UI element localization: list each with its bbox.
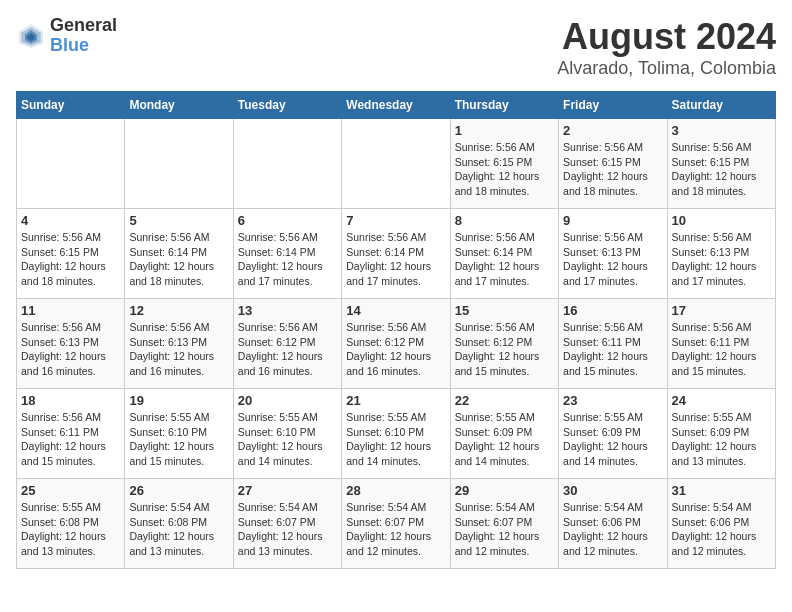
day-number: 20: [238, 393, 337, 408]
header-wednesday: Wednesday: [342, 92, 450, 119]
logo: General Blue: [16, 16, 117, 56]
week-row-5: 25Sunrise: 5:55 AM Sunset: 6:08 PM Dayli…: [17, 479, 776, 569]
day-number: 19: [129, 393, 228, 408]
day-info: Sunrise: 5:54 AM Sunset: 6:06 PM Dayligh…: [672, 500, 771, 559]
day-cell: 15Sunrise: 5:56 AM Sunset: 6:12 PM Dayli…: [450, 299, 558, 389]
day-info: Sunrise: 5:55 AM Sunset: 6:10 PM Dayligh…: [129, 410, 228, 469]
day-cell: 8Sunrise: 5:56 AM Sunset: 6:14 PM Daylig…: [450, 209, 558, 299]
header-tuesday: Tuesday: [233, 92, 341, 119]
day-cell: 22Sunrise: 5:55 AM Sunset: 6:09 PM Dayli…: [450, 389, 558, 479]
day-number: 4: [21, 213, 120, 228]
day-info: Sunrise: 5:56 AM Sunset: 6:14 PM Dayligh…: [346, 230, 445, 289]
header-saturday: Saturday: [667, 92, 775, 119]
day-cell: 10Sunrise: 5:56 AM Sunset: 6:13 PM Dayli…: [667, 209, 775, 299]
day-number: 30: [563, 483, 662, 498]
day-info: Sunrise: 5:54 AM Sunset: 6:07 PM Dayligh…: [346, 500, 445, 559]
day-cell: 25Sunrise: 5:55 AM Sunset: 6:08 PM Dayli…: [17, 479, 125, 569]
logo-line1: General: [50, 16, 117, 36]
week-row-4: 18Sunrise: 5:56 AM Sunset: 6:11 PM Dayli…: [17, 389, 776, 479]
header-friday: Friday: [559, 92, 667, 119]
day-cell: 17Sunrise: 5:56 AM Sunset: 6:11 PM Dayli…: [667, 299, 775, 389]
day-cell: 21Sunrise: 5:55 AM Sunset: 6:10 PM Dayli…: [342, 389, 450, 479]
day-cell: 19Sunrise: 5:55 AM Sunset: 6:10 PM Dayli…: [125, 389, 233, 479]
day-info: Sunrise: 5:56 AM Sunset: 6:13 PM Dayligh…: [672, 230, 771, 289]
day-cell: 2Sunrise: 5:56 AM Sunset: 6:15 PM Daylig…: [559, 119, 667, 209]
day-info: Sunrise: 5:54 AM Sunset: 6:07 PM Dayligh…: [455, 500, 554, 559]
day-cell: 29Sunrise: 5:54 AM Sunset: 6:07 PM Dayli…: [450, 479, 558, 569]
day-number: 5: [129, 213, 228, 228]
day-info: Sunrise: 5:54 AM Sunset: 6:06 PM Dayligh…: [563, 500, 662, 559]
day-cell: 3Sunrise: 5:56 AM Sunset: 6:15 PM Daylig…: [667, 119, 775, 209]
day-number: 9: [563, 213, 662, 228]
header-thursday: Thursday: [450, 92, 558, 119]
day-info: Sunrise: 5:56 AM Sunset: 6:11 PM Dayligh…: [672, 320, 771, 379]
day-info: Sunrise: 5:55 AM Sunset: 6:10 PM Dayligh…: [346, 410, 445, 469]
day-cell: 26Sunrise: 5:54 AM Sunset: 6:08 PM Dayli…: [125, 479, 233, 569]
day-cell: 14Sunrise: 5:56 AM Sunset: 6:12 PM Dayli…: [342, 299, 450, 389]
day-number: 11: [21, 303, 120, 318]
day-info: Sunrise: 5:55 AM Sunset: 6:09 PM Dayligh…: [563, 410, 662, 469]
day-number: 15: [455, 303, 554, 318]
week-row-1: 1Sunrise: 5:56 AM Sunset: 6:15 PM Daylig…: [17, 119, 776, 209]
title-block: August 2024 Alvarado, Tolima, Colombia: [557, 16, 776, 79]
day-number: 1: [455, 123, 554, 138]
day-info: Sunrise: 5:56 AM Sunset: 6:15 PM Dayligh…: [563, 140, 662, 199]
day-info: Sunrise: 5:55 AM Sunset: 6:10 PM Dayligh…: [238, 410, 337, 469]
header-sunday: Sunday: [17, 92, 125, 119]
day-cell: 28Sunrise: 5:54 AM Sunset: 6:07 PM Dayli…: [342, 479, 450, 569]
day-info: Sunrise: 5:54 AM Sunset: 6:08 PM Dayligh…: [129, 500, 228, 559]
day-cell: 20Sunrise: 5:55 AM Sunset: 6:10 PM Dayli…: [233, 389, 341, 479]
day-number: 8: [455, 213, 554, 228]
day-info: Sunrise: 5:56 AM Sunset: 6:13 PM Dayligh…: [21, 320, 120, 379]
day-cell: [125, 119, 233, 209]
day-number: 26: [129, 483, 228, 498]
day-number: 27: [238, 483, 337, 498]
day-number: 24: [672, 393, 771, 408]
day-cell: 12Sunrise: 5:56 AM Sunset: 6:13 PM Dayli…: [125, 299, 233, 389]
header-monday: Monday: [125, 92, 233, 119]
logo-icon: [16, 21, 46, 51]
day-info: Sunrise: 5:56 AM Sunset: 6:15 PM Dayligh…: [672, 140, 771, 199]
day-number: 2: [563, 123, 662, 138]
day-info: Sunrise: 5:55 AM Sunset: 6:09 PM Dayligh…: [455, 410, 554, 469]
day-number: 31: [672, 483, 771, 498]
day-number: 28: [346, 483, 445, 498]
day-info: Sunrise: 5:56 AM Sunset: 6:12 PM Dayligh…: [346, 320, 445, 379]
day-number: 29: [455, 483, 554, 498]
day-cell: 24Sunrise: 5:55 AM Sunset: 6:09 PM Dayli…: [667, 389, 775, 479]
day-cell: 16Sunrise: 5:56 AM Sunset: 6:11 PM Dayli…: [559, 299, 667, 389]
day-info: Sunrise: 5:55 AM Sunset: 6:09 PM Dayligh…: [672, 410, 771, 469]
day-number: 13: [238, 303, 337, 318]
day-cell: 30Sunrise: 5:54 AM Sunset: 6:06 PM Dayli…: [559, 479, 667, 569]
day-number: 16: [563, 303, 662, 318]
day-cell: 1Sunrise: 5:56 AM Sunset: 6:15 PM Daylig…: [450, 119, 558, 209]
day-number: 6: [238, 213, 337, 228]
day-cell: 7Sunrise: 5:56 AM Sunset: 6:14 PM Daylig…: [342, 209, 450, 299]
day-info: Sunrise: 5:54 AM Sunset: 6:07 PM Dayligh…: [238, 500, 337, 559]
day-cell: 6Sunrise: 5:56 AM Sunset: 6:14 PM Daylig…: [233, 209, 341, 299]
day-number: 10: [672, 213, 771, 228]
day-cell: 5Sunrise: 5:56 AM Sunset: 6:14 PM Daylig…: [125, 209, 233, 299]
calendar-subtitle: Alvarado, Tolima, Colombia: [557, 58, 776, 79]
day-cell: [17, 119, 125, 209]
day-info: Sunrise: 5:56 AM Sunset: 6:15 PM Dayligh…: [455, 140, 554, 199]
day-info: Sunrise: 5:56 AM Sunset: 6:12 PM Dayligh…: [455, 320, 554, 379]
day-number: 14: [346, 303, 445, 318]
calendar-table: SundayMondayTuesdayWednesdayThursdayFrid…: [16, 91, 776, 569]
day-info: Sunrise: 5:55 AM Sunset: 6:08 PM Dayligh…: [21, 500, 120, 559]
day-cell: 9Sunrise: 5:56 AM Sunset: 6:13 PM Daylig…: [559, 209, 667, 299]
day-number: 25: [21, 483, 120, 498]
week-row-2: 4Sunrise: 5:56 AM Sunset: 6:15 PM Daylig…: [17, 209, 776, 299]
day-info: Sunrise: 5:56 AM Sunset: 6:14 PM Dayligh…: [238, 230, 337, 289]
day-cell: 27Sunrise: 5:54 AM Sunset: 6:07 PM Dayli…: [233, 479, 341, 569]
day-number: 18: [21, 393, 120, 408]
day-cell: 4Sunrise: 5:56 AM Sunset: 6:15 PM Daylig…: [17, 209, 125, 299]
day-info: Sunrise: 5:56 AM Sunset: 6:14 PM Dayligh…: [455, 230, 554, 289]
day-number: 21: [346, 393, 445, 408]
day-info: Sunrise: 5:56 AM Sunset: 6:12 PM Dayligh…: [238, 320, 337, 379]
page-header: General Blue August 2024 Alvarado, Tolim…: [16, 16, 776, 79]
day-info: Sunrise: 5:56 AM Sunset: 6:13 PM Dayligh…: [563, 230, 662, 289]
day-info: Sunrise: 5:56 AM Sunset: 6:11 PM Dayligh…: [563, 320, 662, 379]
day-cell: 23Sunrise: 5:55 AM Sunset: 6:09 PM Dayli…: [559, 389, 667, 479]
logo-line2: Blue: [50, 36, 117, 56]
